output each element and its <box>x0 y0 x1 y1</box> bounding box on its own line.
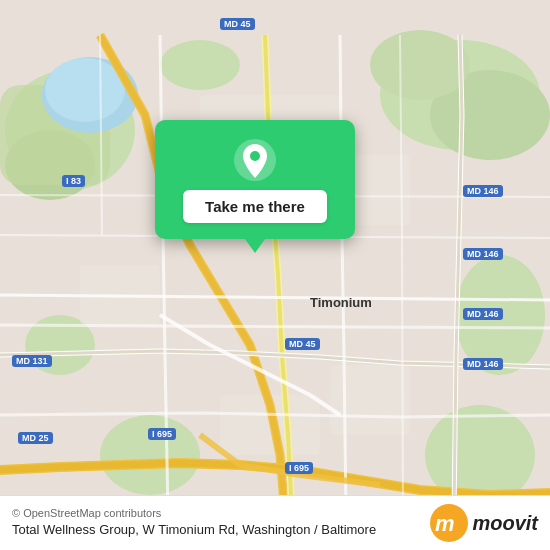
svg-point-5 <box>45 58 125 122</box>
svg-rect-17 <box>330 365 410 435</box>
badge-i695-left: I 695 <box>148 428 176 440</box>
svg-text:m: m <box>435 511 455 536</box>
badge-md146-mid2: MD 146 <box>463 308 503 320</box>
map-container: MD 45 I 83 MD 146 MD 146 MD 146 MD 146 M… <box>0 0 550 550</box>
svg-point-8 <box>370 30 470 100</box>
take-me-there-button[interactable]: Take me there <box>183 190 327 223</box>
info-bar: © OpenStreetMap contributors Total Welln… <box>0 495 550 550</box>
location-info-text: Total Wellness Group, W Timonium Rd, Was… <box>12 521 376 539</box>
badge-md146-bot: MD 146 <box>463 358 503 370</box>
badge-md131: MD 131 <box>12 355 52 367</box>
copyright-text: © OpenStreetMap contributors <box>12 507 376 519</box>
badge-i83: I 83 <box>62 175 85 187</box>
timonium-label: Timonium <box>310 295 372 310</box>
moovit-label: moovit <box>472 512 538 535</box>
map-background <box>0 0 550 550</box>
svg-point-10 <box>100 415 200 495</box>
moovit-logo: m moovit <box>430 504 538 542</box>
badge-md25: MD 25 <box>18 432 53 444</box>
svg-point-20 <box>250 151 260 161</box>
location-pin-icon <box>233 138 277 182</box>
badge-i695-right: I 695 <box>285 462 313 474</box>
badge-md146-top: MD 146 <box>463 185 503 197</box>
svg-point-9 <box>160 40 240 90</box>
badge-md146-mid: MD 146 <box>463 248 503 260</box>
badge-md45-top: MD 45 <box>220 18 255 30</box>
badge-md45-mid: MD 45 <box>285 338 320 350</box>
info-text-container: © OpenStreetMap contributors Total Welln… <box>12 507 376 539</box>
popup-bubble: Take me there <box>155 120 355 239</box>
moovit-icon: m <box>430 504 468 542</box>
